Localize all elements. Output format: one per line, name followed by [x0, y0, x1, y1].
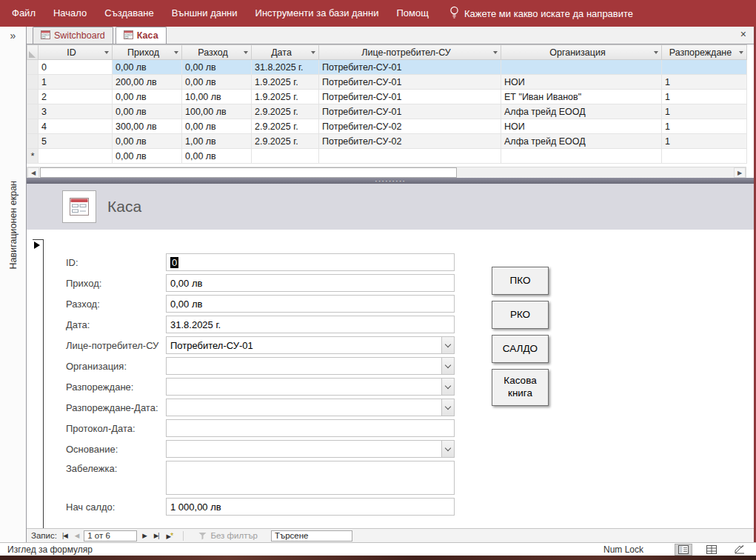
- table-cell[interactable]: 31.8.2025 г.: [252, 60, 319, 75]
- table-cell[interactable]: Потребител-СУ-01: [319, 104, 501, 119]
- design-view-icon[interactable]: [731, 544, 749, 556]
- table-cell[interactable]: 1.9.2025 г.: [252, 75, 319, 90]
- table-cell[interactable]: НОИ: [501, 119, 662, 134]
- table-cell[interactable]: 0,00 лв: [113, 104, 182, 119]
- table-cell[interactable]: 0,00 лв: [113, 134, 182, 149]
- pko-button[interactable]: ПКО: [492, 267, 549, 295]
- table-cell[interactable]: 0,00 лв: [113, 149, 182, 164]
- search-input[interactable]: Търсене: [271, 530, 352, 541]
- nav-pane-title[interactable]: Навигационен екран: [8, 181, 19, 269]
- column-dropdown-icon[interactable]: [493, 51, 498, 56]
- table-cell[interactable]: ЕТ "Иван Иванов": [501, 90, 662, 104]
- column-header-organizatsia[interactable]: Организация: [501, 45, 662, 60]
- table-cell[interactable]: 1: [662, 104, 747, 119]
- ribbon-tab-database-tools[interactable]: Инструменти за бази данни: [247, 0, 388, 27]
- zabelezhka-field[interactable]: [166, 461, 455, 495]
- table-cell[interactable]: Потребител-СУ-02: [319, 134, 501, 149]
- table-cell[interactable]: [662, 149, 747, 164]
- tell-me-box[interactable]: Кажете ми какво искате да направите: [449, 6, 633, 21]
- next-record-icon[interactable]: ▶: [140, 532, 149, 539]
- table-cell[interactable]: НОИ: [501, 75, 662, 90]
- record-selector[interactable]: [27, 90, 39, 104]
- tab-switchboard[interactable]: Switchboard: [33, 27, 113, 44]
- razporezhdane-combo[interactable]: [166, 378, 455, 396]
- table-cell[interactable]: 0: [39, 60, 113, 75]
- ribbon-tab-file[interactable]: Файл: [3, 0, 44, 27]
- table-cell[interactable]: 2.9.2025 г.: [252, 134, 319, 149]
- table-cell[interactable]: 3: [39, 104, 113, 119]
- combo-dropdown-button[interactable]: [441, 399, 454, 416]
- table-cell[interactable]: 10,00 лв: [182, 90, 252, 104]
- last-record-icon[interactable]: ▶|: [152, 532, 161, 539]
- table-cell[interactable]: 1.9.2025 г.: [252, 90, 319, 104]
- prihod-field[interactable]: 0,00 лв: [166, 274, 455, 292]
- splitter-handle[interactable]: [27, 178, 754, 184]
- record-selector[interactable]: [27, 134, 39, 149]
- table-cell[interactable]: [39, 149, 113, 164]
- data-field[interactable]: 31.8.2025 г.: [166, 316, 455, 333]
- column-header-data[interactable]: Дата: [252, 45, 319, 60]
- table-cell[interactable]: Потребител-СУ-01: [319, 75, 501, 90]
- table-cell[interactable]: 1: [662, 134, 747, 149]
- ribbon-tab-help[interactable]: Помощ: [387, 0, 437, 27]
- table-cell[interactable]: 4: [39, 119, 113, 134]
- record-selector[interactable]: [27, 75, 39, 90]
- table-cell[interactable]: Потребител-СУ-02: [319, 119, 501, 134]
- table-cell[interactable]: 0,00 лв: [182, 149, 252, 164]
- table-cell[interactable]: 1,00 лв: [182, 134, 252, 149]
- column-dropdown-icon[interactable]: [311, 51, 315, 56]
- table-cell[interactable]: [662, 60, 747, 75]
- id-field[interactable]: 0: [166, 253, 455, 271]
- tab-kasa[interactable]: Каса: [116, 27, 167, 44]
- table-cell[interactable]: 200,00 лв: [113, 75, 182, 90]
- column-header-id[interactable]: ID: [39, 45, 113, 60]
- combo-dropdown-button[interactable]: [441, 358, 454, 374]
- scroll-left-icon[interactable]: ◀: [27, 167, 39, 178]
- table-cell[interactable]: 100,00 лв: [182, 104, 252, 119]
- column-dropdown-icon[interactable]: [739, 51, 743, 56]
- column-header-razhod[interactable]: Разход: [182, 45, 252, 60]
- table-cell[interactable]: 300,00 лв: [113, 119, 182, 134]
- saldo-button[interactable]: САЛДО: [492, 335, 549, 363]
- record-selector[interactable]: [27, 60, 39, 75]
- record-selector[interactable]: [27, 104, 39, 119]
- table-cell[interactable]: 0,00 лв: [182, 60, 252, 75]
- litse-combo[interactable]: Потребител-СУ-01: [166, 336, 455, 354]
- table-cell[interactable]: 0,00 лв: [182, 75, 252, 90]
- column-dropdown-icon[interactable]: [104, 51, 109, 56]
- record-selector-strip[interactable]: [33, 239, 44, 528]
- rko-button[interactable]: РКО: [492, 301, 549, 329]
- table-cell[interactable]: [501, 60, 662, 75]
- table-cell[interactable]: [319, 149, 501, 164]
- record-position-box[interactable]: 1 от 6: [84, 530, 137, 541]
- nach-saldo-field[interactable]: 1 000,00 лв: [166, 498, 455, 516]
- kasova-kniga-button[interactable]: Касова книга: [492, 369, 549, 406]
- table-cell[interactable]: 1: [39, 75, 113, 90]
- column-dropdown-icon[interactable]: [654, 51, 658, 56]
- combo-dropdown-button[interactable]: [441, 337, 454, 353]
- column-header-litse[interactable]: Лице-потребител-СУ: [319, 45, 501, 60]
- column-header-razporezhdane[interactable]: Разпореждане: [662, 45, 747, 60]
- table-cell[interactable]: [501, 149, 662, 164]
- first-record-icon[interactable]: |◀: [60, 532, 70, 539]
- ribbon-tab-external-data[interactable]: Външни данни: [163, 0, 247, 27]
- table-cell[interactable]: Алфа трейд ЕООД: [501, 134, 662, 149]
- organizatsia-combo[interactable]: [166, 357, 455, 375]
- close-icon[interactable]: ×: [740, 29, 746, 39]
- ribbon-tab-home[interactable]: Начало: [44, 0, 96, 27]
- protokol-data-field[interactable]: [166, 419, 455, 437]
- razporezhdane-data-combo[interactable]: [166, 399, 455, 416]
- table-cell[interactable]: 2: [39, 90, 113, 104]
- combo-dropdown-button[interactable]: [441, 441, 454, 457]
- table-cell[interactable]: Алфа трейд ЕООД: [501, 104, 662, 119]
- table-cell[interactable]: 5: [39, 134, 113, 149]
- new-record-icon[interactable]: ▶*: [164, 531, 176, 540]
- record-selector[interactable]: [27, 119, 39, 134]
- table-cell[interactable]: 2.9.2025 г.: [252, 119, 319, 134]
- nav-pane-expand-icon[interactable]: »: [0, 27, 26, 44]
- table-cell[interactable]: 0,00 лв: [182, 119, 252, 134]
- column-header-prihod[interactable]: Приход: [113, 45, 182, 60]
- table-cell[interactable]: [252, 149, 319, 164]
- filter-status[interactable]: Без филтър: [198, 531, 258, 540]
- table-cell[interactable]: Потребител-СУ-01: [319, 90, 501, 104]
